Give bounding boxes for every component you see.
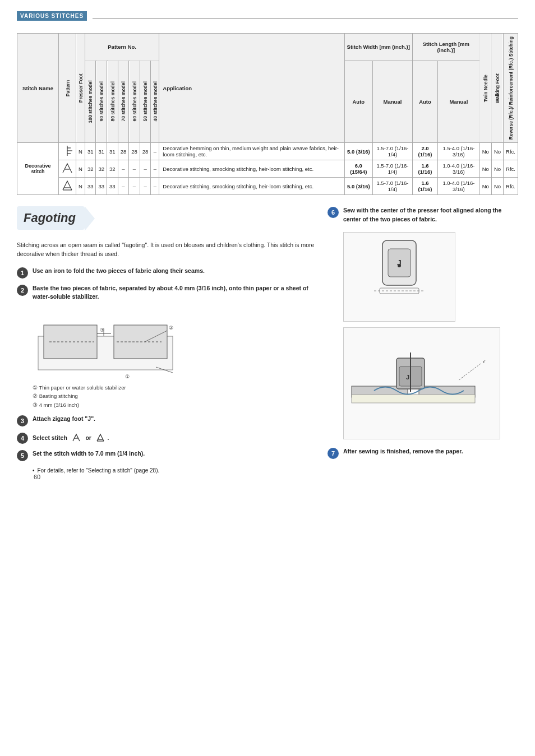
pattern-symbol-2 bbox=[59, 178, 76, 195]
p40-2: – bbox=[151, 178, 159, 195]
p50-0: 28 bbox=[140, 143, 151, 160]
th-width-manual: Manual bbox=[373, 61, 413, 142]
app-2: Decorative stitching, smocking stitching… bbox=[159, 178, 344, 195]
p50-2: – bbox=[140, 178, 151, 195]
step-text-6: Sew with the center of the presser foot … bbox=[343, 206, 518, 224]
length-manual-0: 1.5-4.0 (1/16-3/16) bbox=[438, 143, 480, 160]
th-s80: 80 stitches model bbox=[107, 61, 118, 142]
stitch-period: . bbox=[107, 434, 109, 441]
p40-1: – bbox=[151, 160, 159, 178]
step-text-4: Select stitch or . bbox=[33, 432, 109, 443]
th-pattern-no: Pattern No. bbox=[85, 34, 159, 61]
svg-line-35 bbox=[458, 364, 481, 381]
table-row: Decorative stitch N 31 31 31 28 28 28 – … bbox=[17, 143, 518, 160]
stitch-or-text: or bbox=[85, 434, 91, 441]
step-text-5: Set the stitch width to 7.0 mm (1/4 inch… bbox=[33, 449, 145, 458]
illustration-presser-top: J bbox=[343, 232, 455, 322]
th-length-auto: Auto bbox=[412, 61, 437, 142]
banner-line: VARIOUS STITCHES bbox=[17, 11, 518, 26]
page-number: 60 bbox=[34, 474, 40, 480]
step-num-4: 4 bbox=[17, 433, 28, 444]
p80-0: 31 bbox=[107, 143, 118, 160]
title-arrow bbox=[85, 206, 95, 231]
length-auto-2: 1.6 (1/16) bbox=[412, 178, 437, 195]
svg-text:↙: ↙ bbox=[482, 359, 486, 364]
th-walking-foot: Walking Foot bbox=[491, 34, 503, 143]
p90-2: 33 bbox=[96, 178, 107, 195]
step-num-6: 6 bbox=[328, 207, 339, 218]
th-s50: 50 stitches model bbox=[140, 61, 151, 142]
table-row: N 33 33 33 – – – – Decorative stitching,… bbox=[17, 178, 518, 195]
banner-line-ext bbox=[93, 18, 518, 19]
p60-2: – bbox=[129, 178, 140, 195]
rev-0: Rfc. bbox=[504, 143, 518, 160]
p90-1: 32 bbox=[96, 160, 107, 178]
fagoting-description: Stitching across an open seam is called … bbox=[17, 241, 316, 259]
diagram-label-1: ① Thin paper or water soluble stabilizer bbox=[33, 383, 316, 392]
p70-0: 28 bbox=[118, 143, 129, 160]
th-pattern: Pattern bbox=[59, 34, 76, 143]
step-5-note: For details, refer to "Selecting a stitc… bbox=[33, 467, 316, 475]
th-presser-foot: Presser Foot bbox=[76, 34, 85, 143]
stitch-name-cell: Decorative stitch bbox=[17, 143, 59, 195]
th-width-auto: Auto bbox=[344, 61, 372, 142]
step-num-3: 3 bbox=[17, 415, 28, 426]
walk-2: No bbox=[491, 178, 503, 195]
stitch-symbol-1 bbox=[71, 433, 84, 442]
p100-0: 31 bbox=[85, 143, 96, 160]
svg-text:②: ② bbox=[169, 325, 173, 331]
diagram-label-3: ③ 4 mm (3/16 inch) bbox=[33, 401, 316, 409]
fagoting-title: Fagoting bbox=[24, 211, 76, 225]
twin-1: No bbox=[479, 160, 491, 178]
fabric-diagram: ③ ① ② bbox=[33, 308, 178, 381]
th-application: Application bbox=[159, 34, 344, 143]
p60-1: – bbox=[129, 160, 140, 178]
rev-2: Rfc. bbox=[504, 178, 518, 195]
step-num-2: 2 bbox=[17, 285, 28, 296]
svg-point-27 bbox=[398, 264, 401, 267]
svg-rect-30 bbox=[352, 395, 475, 403]
svg-text:①: ① bbox=[125, 374, 130, 379]
p80-1: 32 bbox=[107, 160, 118, 178]
walk-1: No bbox=[491, 160, 503, 178]
th-s70: 70 stitches model bbox=[118, 61, 129, 142]
step-text-1: Use an iron to fold the two pieces of fa… bbox=[33, 267, 205, 276]
step-1: 1 Use an iron to fold the two pieces of … bbox=[17, 267, 316, 279]
th-reverse: Reverse (Rfc.)/ Reinforcement (Rfc.) Sti… bbox=[504, 34, 518, 143]
fagoting-title-wrapper: Fagoting bbox=[17, 206, 316, 235]
pattern-symbol-1 bbox=[59, 160, 76, 178]
illustration-sewing-side: J ↙ bbox=[343, 327, 500, 439]
th-twin-needle: Twin Needle bbox=[479, 34, 491, 143]
pattern-symbol-0 bbox=[59, 143, 76, 160]
svg-text:J: J bbox=[406, 374, 409, 381]
table-row: N 32 32 32 – – – – Decorative stitching,… bbox=[17, 160, 518, 178]
walk-0: No bbox=[491, 143, 503, 160]
app-0: Decorative hemming on thin, medium weigh… bbox=[159, 143, 344, 160]
step-num-1: 1 bbox=[17, 267, 28, 279]
rev-1: Rfc. bbox=[504, 160, 518, 178]
stitch-table: Stitch Name Pattern Presser Foot Pattern… bbox=[17, 33, 518, 195]
width-manual-0: 1.5-7.0 (1/16-1/4) bbox=[373, 143, 413, 160]
diagram-label-2: ② Basting stitching bbox=[33, 392, 316, 400]
step-3: 3 Attach zigzag foot "J". bbox=[17, 415, 316, 426]
fagoting-title-box: Fagoting bbox=[17, 206, 85, 230]
presser-1: N bbox=[76, 160, 85, 178]
length-auto-0: 2.0 (1/16) bbox=[412, 143, 437, 160]
p80-2: 33 bbox=[107, 178, 118, 195]
step-5: 5 Set the stitch width to 7.0 mm (1/4 in… bbox=[17, 449, 316, 461]
th-length-manual: Manual bbox=[438, 61, 480, 142]
step-6: 6 Sew with the center of the presser foo… bbox=[328, 206, 518, 224]
step-num-7: 7 bbox=[328, 448, 339, 459]
step-4: 4 Select stitch or bbox=[17, 432, 316, 444]
th-s90: 90 stitches model bbox=[96, 61, 107, 142]
step-2: 2 Baste the two pieces of fabric, separa… bbox=[17, 284, 316, 302]
p100-1: 32 bbox=[85, 160, 96, 178]
length-auto-1: 1.6 (1/16) bbox=[412, 160, 437, 178]
step-7: 7 After sewing is finished, remove the p… bbox=[328, 447, 518, 459]
step-text-2: Baste the two pieces of fabric, separate… bbox=[33, 284, 316, 302]
fagoting-right: 6 Sew with the center of the presser foo… bbox=[328, 206, 518, 475]
step-num-5: 5 bbox=[17, 450, 28, 461]
app-1: Decorative stitching, smocking stitching… bbox=[159, 160, 344, 178]
step-text-7: After sewing is finished, remove the pap… bbox=[343, 447, 463, 456]
diagram-labels: ① Thin paper or water soluble stabilizer… bbox=[33, 383, 316, 409]
